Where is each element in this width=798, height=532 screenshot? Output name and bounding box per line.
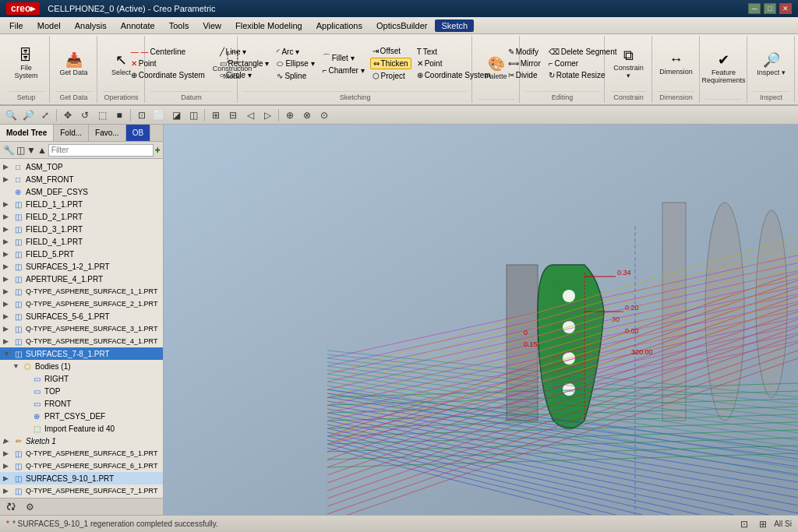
tree-settings-button[interactable]: 🔧 <box>3 143 15 158</box>
menu-model[interactable]: Model <box>31 19 67 32</box>
coordinate-system-button[interactable]: ⊕ Coordinate System <box>129 70 207 80</box>
icon-qtype-5: ◫ <box>12 448 23 459</box>
minimize-button[interactable]: ─ <box>748 3 761 14</box>
tree-item-field-5[interactable]: ▶ ◫ FIELD_5.PRT <box>0 248 163 260</box>
get-data-button[interactable]: 📥 Get Data <box>57 50 90 78</box>
tree-item-qtype-6[interactable]: ▶ ◫ Q-TYPE_ASPHERE_SURFACE_6_1.PRT <box>0 460 163 472</box>
pan-button[interactable]: ✥ <box>60 107 76 123</box>
project-button[interactable]: ⬡ Project <box>370 71 411 81</box>
rectangle-icon: ▭ <box>220 59 227 68</box>
menu-view[interactable]: View <box>196 19 228 32</box>
close-button[interactable]: ✕ <box>779 3 792 14</box>
inspect-button[interactable]: 🔎 Inspect ▾ <box>754 50 788 78</box>
constrain-button[interactable]: ⧉ Constrain ▾ <box>610 46 647 81</box>
tree-item-field-4[interactable]: ▶ ◫ FIELD_4_1.PRT <box>0 235 163 248</box>
view2-button[interactable]: ⬜ <box>151 107 167 123</box>
wireframe-button[interactable]: ⬚ <box>94 107 110 123</box>
tree-add-button[interactable]: + <box>155 143 161 158</box>
tree-item-qtype-1[interactable]: ▶ ◫ Q-TYPE_ASPHERE_SURFACE_1_1.PRT <box>0 285 163 298</box>
dimension-button[interactable]: ↔ Dimension <box>657 50 695 77</box>
tree-item-field-2[interactable]: ▶ ◫ FIELD_2_1.PRT <box>0 210 163 223</box>
centerline-button[interactable]: — — Centerline <box>129 47 207 57</box>
tree-item-sketch1[interactable]: ▶ ✏ Sketch 1 <box>0 435 163 447</box>
menu-flexible-modeling[interactable]: Flexible Modeling <box>229 19 309 32</box>
rotate-button[interactable]: ↺ <box>77 107 93 123</box>
divide-button[interactable]: ✂ Divide <box>506 70 543 80</box>
tree-item-prt-csys-def[interactable]: ⊕ PRT_CSYS_DEF <box>0 410 163 422</box>
offset-button[interactable]: ⇥ Offset <box>370 46 411 56</box>
ellipse-button[interactable]: ⬭ Ellipse ▾ <box>274 58 316 69</box>
tree-preview-button[interactable]: ◫ <box>16 143 25 158</box>
menu-file[interactable]: File <box>3 19 30 32</box>
ribbon-group-editing: ✎ Modify ⟺ Mirror ✂ Divide ⌫ Del <box>521 36 605 103</box>
sketch-view-button[interactable]: ⊞ <box>208 107 224 123</box>
fillet-button[interactable]: ⌒ Fillet ▾ <box>320 51 367 64</box>
tree-item-qtype-2[interactable]: ▶ ◫ Q-TYPE_ASPHERE_SURFACE_2_1.PRT <box>0 298 163 310</box>
maximize-button[interactable]: □ <box>764 3 776 14</box>
tree-item-field-3[interactable]: ▶ ◫ FIELD_3_1.PRT <box>0 223 163 235</box>
text-icon: T <box>417 48 422 56</box>
datum-display-button[interactable]: ⊕ <box>282 107 298 123</box>
zoom-fit-button[interactable]: ⤢ <box>37 107 53 123</box>
feature-requirements-button[interactable]: ✔ FeatureRequirements <box>699 50 747 86</box>
tree-item-front[interactable]: ▭ FRONT <box>0 397 163 410</box>
menu-annotate[interactable]: Annotate <box>115 19 161 32</box>
view3-button[interactable]: ◪ <box>168 107 184 123</box>
sidebar-bottom-btn2[interactable]: ⚙ <box>22 499 37 515</box>
zoom-in-button[interactable]: 🔍 <box>3 107 19 123</box>
tree-item-import-feature[interactable]: ⬚ Import Feature id 40 <box>0 422 163 435</box>
tree-item-field-1[interactable]: ▶ ◫ FIELD_1_1.PRT <box>0 198 163 210</box>
sidebar-tab-model-tree[interactable]: Model Tree <box>0 125 54 141</box>
next-view-button[interactable]: ▷ <box>260 107 275 123</box>
rectangle-button[interactable]: ▭ Rectangle ▾ <box>217 58 272 69</box>
menu-sketch[interactable]: Sketch <box>435 19 474 32</box>
circle-button[interactable]: ○ Circle ▾ <box>217 70 272 80</box>
tree-item-surfaces-9-10[interactable]: ▶ ◫ SURFACES_9-10_1.PRT <box>0 472 163 484</box>
sidebar-tab-folder[interactable]: Fold... <box>54 125 89 141</box>
status-btn1[interactable]: ⊡ <box>736 516 752 532</box>
tree-item-asm-front[interactable]: ▶ □ ASM_FRONT <box>0 173 163 185</box>
tree-item-asm-def-csys[interactable]: ⊕ ASM_DEF_CSYS <box>0 185 163 198</box>
shading-button[interactable]: ■ <box>111 107 127 123</box>
tree-collapse-button[interactable]: ▲ <box>37 143 47 158</box>
prev-view-button[interactable]: ◁ <box>242 107 258 123</box>
tree-expand-button[interactable]: ▼ <box>26 143 36 158</box>
view1-button[interactable]: ⊡ <box>134 107 150 123</box>
viewport[interactable]: 0.34 0.20 30 0.00 <box>164 125 798 515</box>
zoom-out-button[interactable]: 🔎 <box>20 107 36 123</box>
tree-item-top[interactable]: ▭ TOP <box>0 385 163 397</box>
tree-item-qtype-3[interactable]: ▶ ◫ Q-TYPE_ASPHERE_SURFACE_3_1.PRT <box>0 322 163 335</box>
tree-item-qtype-4[interactable]: ▶ ◫ Q-TYPE_ASPHERE_SURFACE_4_1.PRT <box>0 335 163 347</box>
menu-tools[interactable]: Tools <box>163 19 196 32</box>
line-button[interactable]: ╱ Line ▾ <box>217 47 272 57</box>
tree-item-aperture-4[interactable]: ▶ ◫ APERTURE_4_1.PRT <box>0 273 163 285</box>
spin-center-button[interactable]: ⊙ <box>316 107 332 123</box>
status-btn2[interactable]: ⊞ <box>755 516 771 532</box>
tree-item-right[interactable]: ▭ RIGHT <box>0 372 163 385</box>
menu-analysis[interactable]: Analysis <box>69 19 113 32</box>
chamfer-button[interactable]: ⌐ Chamfer ▾ <box>320 65 367 76</box>
refit-button[interactable]: ⊟ <box>225 107 241 123</box>
spline-button[interactable]: ∿ Spline <box>274 71 316 81</box>
thicken-button[interactable]: ⇔ Thicken <box>370 58 411 69</box>
menu-opticsbuilder[interactable]: OpticsBuilder <box>370 19 433 32</box>
csys-display-button[interactable]: ⊗ <box>299 107 315 123</box>
tree-item-surfaces-5-6[interactable]: ▶ ◫ SURFACES_5-6_1.PRT <box>0 310 163 322</box>
point-button[interactable]: ✕ Point <box>129 58 207 69</box>
mirror-button[interactable]: ⟺ Mirror <box>506 58 543 69</box>
sidebar-tab-favorites[interactable]: Favo... <box>89 125 126 141</box>
file-system-button[interactable]: 🗄 FileSystem <box>12 46 40 81</box>
menu-applications[interactable]: Applications <box>310 19 369 32</box>
tree-item-qtype-7[interactable]: ▶ ◫ Q-TYPE_ASPHERE_SURFACE_7_1.PRT <box>0 484 163 497</box>
arc-button[interactable]: ◜ Arc ▾ <box>274 47 316 57</box>
tree-item-asm-top[interactable]: ▶ □ ASM_TOP <box>0 160 163 173</box>
tree-item-surfaces-7-8[interactable]: ▼ ◫ SURFACES_7-8_1.PRT <box>0 347 163 360</box>
tree-item-qtype-5[interactable]: ▶ ◫ Q-TYPE_ASPHERE_SURFACE_5_1.PRT <box>0 447 163 460</box>
tree-item-bodies[interactable]: ▼ ⬡ Bodies (1) <box>0 360 163 372</box>
view4-button[interactable]: ◫ <box>185 107 201 123</box>
tree-item-surfaces-1-2[interactable]: ▶ ◫ SURFACES_1-2_1.PRT <box>0 260 163 273</box>
sidebar-bottom-btn1[interactable]: 🗘 <box>3 499 19 515</box>
tree-filter-input[interactable] <box>48 144 154 157</box>
sidebar-tab-ob[interactable]: OB <box>126 125 150 141</box>
modify-button[interactable]: ✎ Modify <box>506 47 543 57</box>
